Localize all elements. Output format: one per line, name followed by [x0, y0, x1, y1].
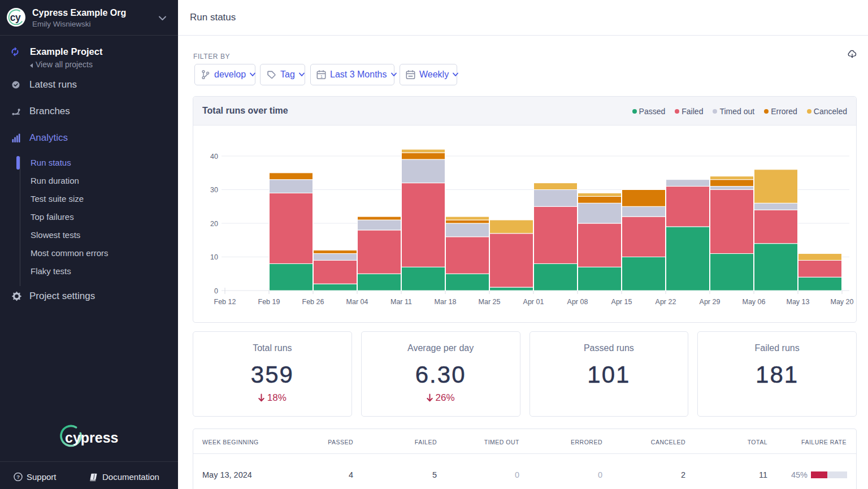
svg-text:May 20: May 20 — [831, 298, 854, 306]
svg-text:May 06: May 06 — [743, 298, 766, 306]
svg-text:Mar 25: Mar 25 — [479, 298, 501, 306]
svg-text:Mar 04: Mar 04 — [346, 298, 368, 306]
svg-text:cy: cy — [10, 12, 21, 23]
svg-text:20: 20 — [210, 220, 218, 228]
svg-text:Apr 08: Apr 08 — [567, 298, 588, 306]
svg-text:Apr 22: Apr 22 — [656, 298, 676, 306]
svg-text:Mar 11: Mar 11 — [390, 298, 412, 306]
svg-text:Apr 01: Apr 01 — [523, 298, 544, 306]
svg-text:Mar 18: Mar 18 — [435, 298, 457, 306]
svg-text:?: ? — [16, 474, 20, 480]
svg-text:May 13: May 13 — [787, 298, 810, 306]
svg-text:Feb 26: Feb 26 — [302, 298, 324, 306]
svg-text:Feb 12: Feb 12 — [214, 298, 236, 306]
svg-text:10: 10 — [210, 253, 218, 261]
svg-text:1: 1 — [320, 74, 323, 79]
svg-text:cypress: cypress — [65, 430, 119, 445]
svg-text:0: 0 — [214, 287, 218, 295]
svg-text:Feb 19: Feb 19 — [258, 298, 280, 306]
svg-text:40: 40 — [210, 153, 218, 161]
svg-text:Apr 29: Apr 29 — [700, 298, 721, 306]
svg-text:Apr 15: Apr 15 — [611, 298, 632, 306]
svg-text:30: 30 — [210, 186, 218, 194]
